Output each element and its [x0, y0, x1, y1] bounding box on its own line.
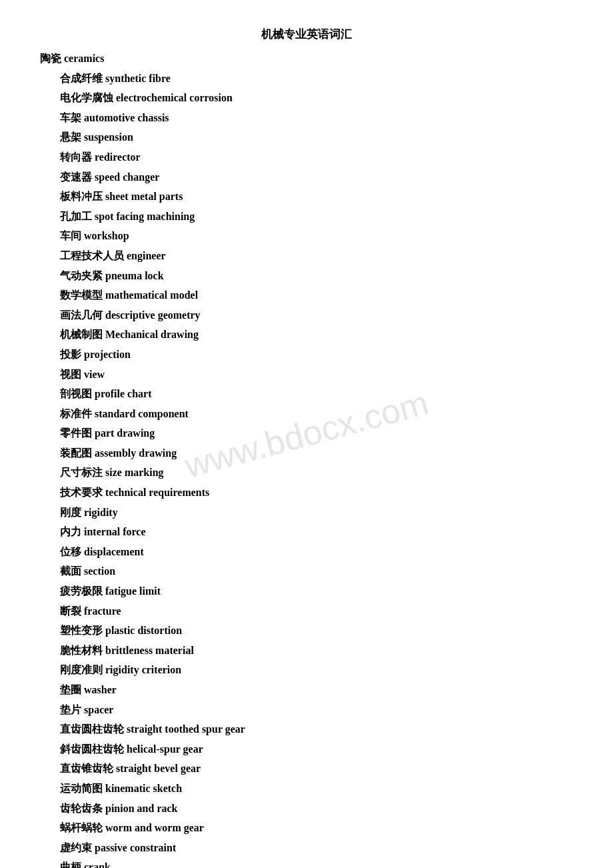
list-item: 断裂 fracture [40, 601, 573, 621]
list-item: 装配图 assembly drawing [40, 443, 573, 463]
list-item: 蜗杆蜗轮 worm and worm gear [40, 818, 573, 838]
list-item: 车间 workshop [40, 226, 573, 246]
list-item: 车架 automotive chassis [40, 108, 573, 128]
list-item: 数学模型 mathematical model [40, 285, 573, 305]
entries-list: 陶瓷 ceramics合成纤维 synthetic fibre电化学腐蚀 ele… [40, 49, 573, 868]
list-item: 孔加工 spot facing machining [40, 207, 573, 227]
list-item: 尺寸标注 size marking [40, 463, 573, 483]
list-item: 塑性变形 plastic distortion [40, 621, 573, 641]
list-item: 电化学腐蚀 electrochemical corrosion [40, 88, 573, 108]
list-item: 视图 view [40, 365, 573, 385]
page-title: 机械专业英语词汇 [40, 27, 573, 42]
list-item: 截面 section [40, 561, 573, 581]
list-item: 技术要求 technical requirements [40, 483, 573, 503]
list-item: 板料冲压 sheet metal parts [40, 187, 573, 207]
list-item: 斜齿圆柱齿轮 helical-spur gear [40, 739, 573, 759]
list-item: 机械制图 Mechanical drawing [40, 325, 573, 345]
list-item: 疲劳极限 fatigue limit [40, 581, 573, 601]
list-item: 位移 displacement [40, 542, 573, 562]
list-item: 合成纤维 synthetic fibre [40, 69, 573, 89]
list-item: 变速器 speed changer [40, 167, 573, 187]
list-item: 垫圈 washer [40, 680, 573, 700]
list-item: 曲柄 crank [40, 857, 573, 868]
list-item: 悬架 suspension [40, 127, 573, 147]
list-item: 刚度 rigidity [40, 503, 573, 523]
list-item: 垫片 spacer [40, 700, 573, 720]
list-item: 零件图 part drawing [40, 423, 573, 443]
list-item: 投影 projection [40, 345, 573, 365]
list-item: 工程技术人员 engineer [40, 246, 573, 266]
list-item: 脆性材料 brittleness material [40, 641, 573, 661]
list-item: 气动夹紧 pneuma lock [40, 266, 573, 286]
list-item: 运动简图 kinematic sketch [40, 779, 573, 799]
list-item: 直齿锥齿轮 straight bevel gear [40, 759, 573, 779]
list-item: 齿轮齿条 pinion and rack [40, 799, 573, 819]
list-item: 刚度准则 rigidity criterion [40, 660, 573, 680]
list-item: 直齿圆柱齿轮 straight toothed spur gear [40, 719, 573, 739]
list-item: 剖视图 profile chart [40, 384, 573, 404]
list-item: 转向器 redirector [40, 147, 573, 167]
list-item: 内力 internal force [40, 522, 573, 542]
list-item: 陶瓷 ceramics [40, 49, 573, 69]
list-item: 画法几何 descriptive geometry [40, 305, 573, 325]
list-item: 标准件 standard component [40, 404, 573, 424]
list-item: 虚约束 passive constraint [40, 838, 573, 858]
